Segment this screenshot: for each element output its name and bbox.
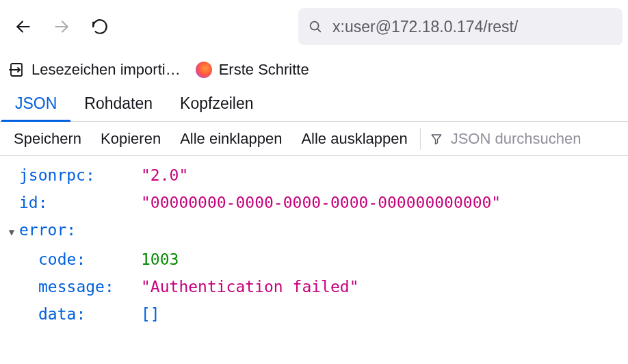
bookmark-label: Erste Schritte (219, 61, 309, 79)
browser-nav-bar: x:user@172.18.0.174/rest/ (0, 0, 628, 53)
json-row-message[interactable]: message: "Authentication failed" (4, 273, 628, 300)
json-row-error[interactable]: ▼ error: (4, 216, 628, 246)
json-value: 1003 (141, 246, 179, 273)
viewer-toolbar: Speichern Kopieren Alle einklappen Alle … (0, 122, 628, 156)
firefox-icon (196, 62, 212, 78)
arrow-left-icon (14, 18, 32, 36)
chevron-down-icon[interactable]: ▼ (4, 218, 19, 246)
json-key: code (38, 250, 76, 268)
bookmark-import[interactable]: Lesezeichen importi… (8, 61, 181, 79)
json-value: "Authentication failed" (141, 273, 359, 300)
json-key: data (38, 305, 76, 323)
expand-all-button[interactable]: Alle ausklappen (291, 125, 417, 153)
json-row-data[interactable]: data: [] (4, 300, 628, 328)
bookmark-label: Lesezeichen importi… (31, 61, 181, 79)
tab-json[interactable]: JSON (1, 86, 70, 122)
svg-line-3 (317, 29, 320, 31)
filter-icon (430, 132, 443, 146)
json-row-code[interactable]: code: 1003 (4, 246, 628, 273)
tab-headers[interactable]: Kopfzeilen (166, 86, 267, 122)
svg-marker-7 (432, 135, 441, 144)
save-button[interactable]: Speichern (4, 125, 91, 153)
json-value: "2.0" (141, 161, 188, 189)
tab-raw[interactable]: Rohdaten (70, 86, 166, 122)
collapse-all-button[interactable]: Alle einklappen (170, 125, 291, 153)
url-text: x:user@172.18.0.174/rest/ (332, 18, 518, 36)
forward-button[interactable] (44, 9, 79, 44)
json-row-id[interactable]: id: "00000000-0000-0000-0000-00000000000… (4, 189, 628, 216)
arrow-right-icon (53, 18, 70, 36)
search-icon (308, 19, 323, 34)
json-key: id (19, 194, 38, 211)
url-bar[interactable]: x:user@172.18.0.174/rest/ (298, 8, 623, 45)
json-value: [] (141, 300, 160, 328)
bookmarks-bar: Lesezeichen importi… Erste Schritte (0, 53, 628, 86)
json-key: jsonrpc (19, 166, 86, 184)
import-icon (8, 62, 25, 78)
toolbar-separator (420, 128, 421, 150)
bookmark-first-steps[interactable]: Erste Schritte (196, 61, 309, 79)
json-key: error (19, 221, 66, 239)
reload-button[interactable] (82, 9, 118, 44)
viewer-tabs: JSON Rohdaten Kopfzeilen (0, 86, 628, 122)
json-search-input[interactable] (449, 129, 617, 148)
json-search-box[interactable] (423, 129, 624, 148)
back-button[interactable] (5, 9, 41, 44)
json-viewer: jsonrpc: "2.0" id: "00000000-0000-0000-0… (0, 156, 628, 328)
copy-button[interactable]: Kopieren (91, 125, 170, 153)
json-value: "00000000-0000-0000-0000-000000000000" (141, 189, 501, 216)
json-key: message (38, 278, 105, 296)
json-row-jsonrpc[interactable]: jsonrpc: "2.0" (4, 161, 628, 189)
